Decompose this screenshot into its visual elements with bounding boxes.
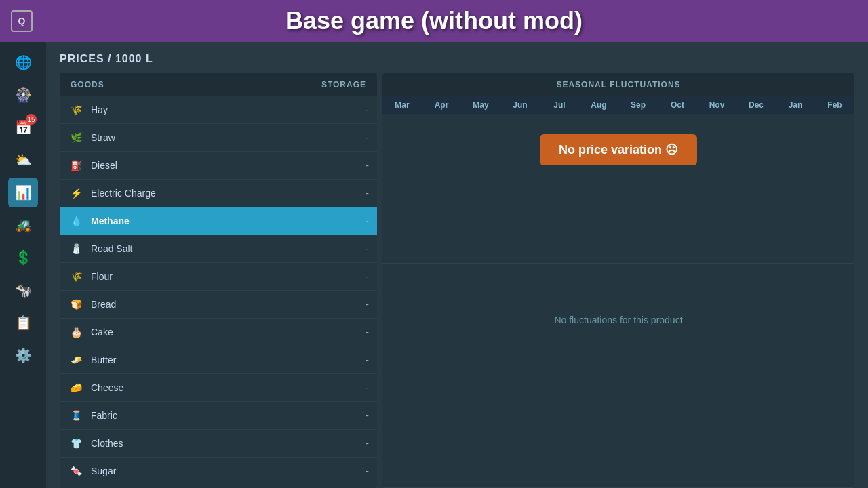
goods-item-name-cake: Cake xyxy=(91,327,360,338)
goods-item-storage-methane: - xyxy=(366,216,369,226)
goods-item-road-salt[interactable]: 🧂Road Salt- xyxy=(60,235,377,263)
month-feb: Feb xyxy=(815,100,854,110)
goods-item-hay[interactable]: 🌾Hay- xyxy=(60,96,377,124)
goods-item-straw[interactable]: 🌿Straw- xyxy=(60,124,377,152)
month-sep: Sep xyxy=(618,100,658,110)
prices-title: PRICES / 1000 L xyxy=(60,53,854,65)
month-jun: Jun xyxy=(500,100,540,110)
goods-item-name-flour: Flour xyxy=(91,271,360,282)
hay-icon: 🌾 xyxy=(68,102,84,118)
globe-icon[interactable]: 🌐 xyxy=(8,47,38,77)
goods-item-storage-flour: - xyxy=(366,271,369,282)
goods-item-storage-cheese: - xyxy=(366,382,369,393)
top-banner: Q Base game (without mod) xyxy=(0,0,868,42)
goods-item-sugar[interactable]: 🍬Sugar- xyxy=(60,458,377,485)
month-oct: Oct xyxy=(658,100,697,110)
chart-row-0 xyxy=(382,413,854,488)
goods-header: GOODS STORAGE xyxy=(60,73,377,96)
steering-wheel-icon[interactable]: 🎡 xyxy=(8,80,38,110)
goods-item-electric-charge[interactable]: ⚡Electric Charge- xyxy=(60,180,377,207)
months-row: MarAprMayJunJulAugSepOctNovDecJanFeb xyxy=(382,96,854,114)
goods-item-name-sugar: Sugar xyxy=(91,466,360,476)
goods-item-storage-road-salt: - xyxy=(366,243,369,254)
goods-item-name-road-salt: Road Salt xyxy=(91,243,360,254)
month-mar: Mar xyxy=(382,100,422,110)
month-jul: Jul xyxy=(540,100,579,110)
cake-icon: 🎂 xyxy=(68,324,84,340)
content-area: PRICES / 1000 L GOODS STORAGE 🌾Hay-🌿Stra… xyxy=(46,42,868,488)
goods-item-storage-butter: - xyxy=(366,354,369,365)
goods-item-name-cheese: Cheese xyxy=(91,382,360,393)
animals-icon[interactable]: 🐄 xyxy=(8,275,38,305)
goods-item-storage-bread: - xyxy=(366,299,369,310)
clothes-icon: 👕 xyxy=(68,435,84,451)
goods-item-cake[interactable]: 🎂Cake- xyxy=(60,319,377,346)
goods-item-storage-straw: - xyxy=(366,132,369,143)
sugar-icon: 🍬 xyxy=(68,463,84,479)
weather-icon[interactable]: ⛅ xyxy=(8,145,38,175)
q-key-button[interactable]: Q xyxy=(11,10,33,32)
economy-icon[interactable]: 💲 xyxy=(8,243,38,272)
goods-item-name-methane: Methane xyxy=(91,216,360,226)
page-title: Base game (without mod) xyxy=(285,7,583,35)
seasonal-panel: SEASONAL FLUCTUATIONS MarAprMayJunJulAug… xyxy=(382,73,854,488)
methane-icon: 💧 xyxy=(68,213,84,229)
goods-item-bread[interactable]: 🍞Bread- xyxy=(60,291,377,319)
goods-column-header: GOODS xyxy=(71,80,321,89)
goods-item-name-clothes: Clothes xyxy=(91,438,360,449)
month-nov: Nov xyxy=(697,100,736,110)
machinery-icon[interactable]: ⚙️ xyxy=(8,340,38,370)
diesel-icon: ⛽ xyxy=(68,157,84,174)
straw-icon: 🌿 xyxy=(68,129,84,146)
goods-item-butter[interactable]: 🧈Butter- xyxy=(60,346,377,374)
goods-item-name-butter: Butter xyxy=(91,354,360,365)
goods-item-cheese[interactable]: 🧀Cheese- xyxy=(60,374,377,402)
chart-icon[interactable]: 📊 xyxy=(8,178,38,207)
calendar-icon[interactable]: 📅15 xyxy=(8,113,38,142)
goods-item-name-hay: Hay xyxy=(91,104,360,115)
chart-row-1 xyxy=(382,338,854,413)
goods-panel: GOODS STORAGE 🌾Hay-🌿Straw-⛽Diesel-⚡Elect… xyxy=(60,73,377,488)
goods-item-diesel[interactable]: ⛽Diesel- xyxy=(60,152,377,180)
goods-item-name-diesel: Diesel xyxy=(91,160,360,171)
chart-row-2 xyxy=(382,264,854,338)
fabric-icon: 🧵 xyxy=(68,407,84,424)
bread-icon: 🍞 xyxy=(68,296,84,312)
sidebar: 🌐🎡📅15⛅📊🚜💲🐄📋⚙️ xyxy=(0,42,46,488)
cheese-icon: 🧀 xyxy=(68,380,84,396)
month-may: May xyxy=(461,100,500,110)
goods-item-storage-diesel: - xyxy=(366,160,369,171)
road-salt-icon: 🧂 xyxy=(68,241,84,257)
main-layout: 🌐🎡📅15⛅📊🚜💲🐄📋⚙️ PRICES / 1000 L GOODS STOR… xyxy=(0,42,868,488)
goods-item-storage-clothes: - xyxy=(366,438,369,449)
storage-column-header: STORAGE xyxy=(321,80,366,89)
no-price-variation-badge: No price variation ☹ xyxy=(540,134,697,165)
goods-item-storage-fabric: - xyxy=(366,410,369,421)
tractor-icon[interactable]: 🚜 xyxy=(8,210,38,240)
goods-item-storage-sugar: - xyxy=(366,466,369,476)
goods-list[interactable]: 🌾Hay-🌿Straw-⛽Diesel-⚡Electric Charge-💧Me… xyxy=(60,96,377,488)
seasonal-header: SEASONAL FLUCTUATIONS xyxy=(382,73,854,96)
goods-item-methane[interactable]: 💧Methane- xyxy=(60,207,377,235)
month-dec: Dec xyxy=(736,100,776,110)
log-icon[interactable]: 📋 xyxy=(8,308,38,338)
goods-item-storage-cake: - xyxy=(366,327,369,338)
goods-item-flour[interactable]: 🌾Flour- xyxy=(60,263,377,291)
month-apr: Apr xyxy=(422,100,461,110)
goods-item-storage-electric-charge: - xyxy=(366,188,369,199)
electric-charge-icon: ⚡ xyxy=(68,185,84,201)
goods-item-fabric[interactable]: 🧵Fabric- xyxy=(60,402,377,430)
no-fluctuations-text: No fluctuations for this product xyxy=(554,314,682,325)
month-jan: Jan xyxy=(776,100,815,110)
month-aug: Aug xyxy=(579,100,618,110)
panels-row: GOODS STORAGE 🌾Hay-🌿Straw-⛽Diesel-⚡Elect… xyxy=(60,73,854,488)
goods-item-name-bread: Bread xyxy=(91,299,360,310)
flour-icon: 🌾 xyxy=(68,268,84,285)
butter-icon: 🧈 xyxy=(68,352,84,368)
goods-item-clothes[interactable]: 👕Clothes- xyxy=(60,430,377,458)
goods-item-name-straw: Straw xyxy=(91,132,360,143)
chart-row-3 xyxy=(382,188,854,263)
goods-item-name-electric-charge: Electric Charge xyxy=(91,188,360,199)
chart-area: No price variation ☹ No fluctuations for… xyxy=(382,114,854,488)
goods-item-storage-hay: - xyxy=(366,104,369,115)
